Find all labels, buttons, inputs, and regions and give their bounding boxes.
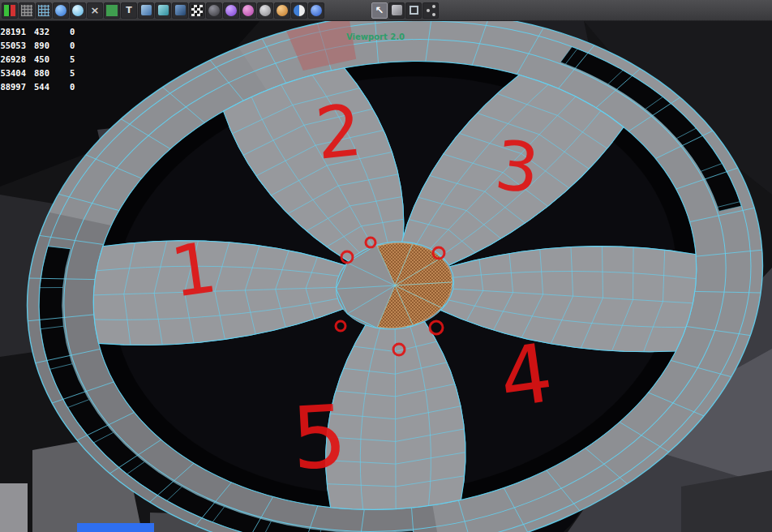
polycount-hud: 2819143205505389002692845055340488058899… [0, 24, 75, 93]
checker-flag-icon-glyph [191, 5, 203, 16]
fluid-shader-icon-glyph [311, 5, 322, 16]
polycount-value: 26928 [0, 54, 26, 64]
shaderball-purple-icon[interactable] [223, 2, 239, 19]
polycount-value: 5 [70, 54, 75, 64]
cube-navy-icon[interactable] [172, 2, 188, 19]
maya-viewport-window: 23145 ×T↖ 281914320550538900269284505534… [0, 0, 772, 532]
shaderball-orange-icon[interactable] [274, 2, 290, 19]
polycount-row: 550538900 [0, 38, 75, 52]
cube-blue-icon-glyph [141, 5, 152, 15]
sphere-projection-icon[interactable] [53, 2, 69, 19]
type-tool-icon-glyph: T [126, 5, 132, 15]
uv-snapshot-icon[interactable] [2, 2, 18, 19]
polycount-value: 88997 [0, 82, 26, 92]
polycount-value: 880 [26, 68, 70, 78]
shaderball-purple-icon-glyph [225, 5, 237, 16]
polycount-row: 281914320 [0, 24, 75, 38]
delete-uv-icon[interactable]: × [87, 2, 103, 19]
shaderball-magenta-icon[interactable] [240, 2, 256, 19]
blue-bar [77, 523, 154, 532]
grid-icon[interactable] [19, 2, 35, 19]
shaderball-magenta-icon-glyph [242, 5, 254, 16]
cube-navy-icon-glyph [175, 5, 186, 15]
polycount-value: 55053 [0, 41, 26, 50]
ocean-shader-icon-glyph [72, 5, 84, 16]
node-editor-icon[interactable] [422, 2, 439, 19]
select-tool-icon[interactable]: ↖ [371, 2, 388, 19]
ocean-shader-icon[interactable] [70, 2, 86, 19]
polycount-value: 432 [26, 27, 70, 36]
background-shape [0, 483, 28, 532]
viewport-version-label: Viewport 2.0 [346, 32, 405, 41]
texture-grid-icon-glyph [38, 5, 49, 16]
cube-teal-icon[interactable] [155, 2, 171, 19]
type-tool-icon[interactable]: T [121, 2, 137, 19]
shaderball-dark-icon[interactable] [206, 2, 222, 19]
texture-grid-icon[interactable] [36, 2, 52, 19]
shaderball-dark-icon-glyph [208, 5, 220, 16]
polycount-value: 28191 [0, 27, 26, 36]
polycount-value: 890 [26, 41, 70, 50]
grid-icon-glyph [21, 5, 32, 16]
select-tool-icon-glyph: ↖ [375, 4, 384, 16]
fluid-shader-icon[interactable] [308, 2, 324, 19]
polycount-value: 450 [26, 54, 70, 64]
shaderball-gray-icon-glyph [259, 5, 271, 16]
polycount-row: 534048805 [0, 66, 75, 79]
shaderball-orange-icon-glyph [277, 5, 288, 16]
cube-gray-icon-glyph [392, 5, 402, 15]
node-editor-icon-glyph [427, 9, 430, 12]
polycount-row: 889975440 [0, 79, 75, 93]
polycount-value: 0 [70, 27, 75, 36]
polycount-value: 5 [70, 68, 75, 78]
uv-snapshot-icon-glyph [4, 5, 15, 16]
annotation-number: 2 [311, 88, 365, 176]
sphere-projection-icon-glyph [55, 5, 66, 16]
green-swatch-icon-glyph [106, 5, 118, 16]
viewport-canvas[interactable]: 23145 [0, 0, 772, 532]
green-swatch-icon[interactable] [104, 2, 120, 19]
cube-teal-icon-glyph [158, 5, 169, 15]
polycount-value: 544 [26, 82, 70, 92]
bounding-box-icon[interactable] [405, 2, 422, 19]
cube-blue-icon[interactable] [138, 2, 154, 19]
shelf-toolbar: ×T↖ [0, 0, 772, 21]
polycount-row: 269284505 [0, 52, 75, 66]
cube-gray-icon[interactable] [388, 2, 405, 19]
polycount-value: 0 [70, 41, 75, 50]
polycount-value: 53404 [0, 68, 26, 78]
toon-shader-icon[interactable] [291, 2, 307, 19]
annotation-number: 3 [491, 125, 543, 208]
toon-shader-icon-glyph [294, 5, 305, 16]
annotation-number: 5 [290, 387, 350, 489]
delete-uv-icon-glyph: × [91, 4, 100, 16]
bounding-box-icon-glyph [410, 6, 418, 15]
checker-flag-icon[interactable] [189, 2, 205, 19]
shaderball-gray-icon[interactable] [257, 2, 273, 19]
polycount-value: 0 [70, 82, 75, 92]
